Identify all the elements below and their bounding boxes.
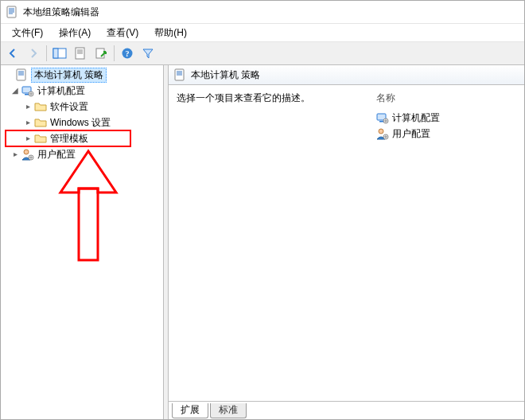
gpedit-window: 本地组策略编辑器 文件(F) 操作(A) 查看(V) 帮助(H)	[0, 0, 525, 420]
tree-root[interactable]: ▸ 本地计算机 策略	[1, 67, 163, 83]
content-list: 名称 计算机配置	[371, 85, 524, 401]
tree-user-config-label: 用户配置	[37, 148, 76, 161]
content-body: 选择一个项目来查看它的描述。 名称 计算机配置	[169, 85, 524, 401]
folder-icon	[34, 116, 47, 129]
svg-rect-19	[25, 94, 29, 95]
column-name-header[interactable]: 名称	[376, 91, 519, 105]
forward-button[interactable]	[24, 44, 43, 63]
tab-standard[interactable]: 标准	[210, 403, 247, 418]
svg-rect-24	[79, 189, 98, 260]
folder-icon	[34, 132, 47, 145]
expander-closed-icon[interactable]: ▸	[10, 150, 20, 159]
separator	[46, 45, 47, 61]
expander-closed-icon[interactable]: ▸	[23, 102, 33, 111]
menu-file[interactable]: 文件(F)	[4, 25, 51, 41]
window-title: 本地组策略编辑器	[23, 6, 99, 19]
menubar: 文件(F) 操作(A) 查看(V) 帮助(H)	[1, 24, 524, 42]
menu-help[interactable]: 帮助(H)	[146, 25, 195, 41]
expander-closed-icon[interactable]: ▸	[23, 134, 33, 143]
tree-software-settings-label: 软件设置	[50, 100, 88, 114]
content-pane: 本地计算机 策略 选择一个项目来查看它的描述。 名称	[168, 65, 524, 419]
back-button[interactable]	[3, 44, 22, 63]
list-item-computer[interactable]: 计算机配置	[376, 110, 519, 126]
svg-rect-30	[379, 121, 383, 122]
content-description: 选择一个项目来查看它的描述。	[169, 85, 371, 401]
computer-icon	[21, 84, 34, 97]
bottom-tabs: 扩展 标准	[169, 401, 524, 419]
titlebar: 本地组策略编辑器	[1, 1, 524, 24]
properties-button[interactable]	[71, 44, 90, 63]
content-header: 本地计算机 策略	[169, 65, 524, 85]
computer-icon	[376, 111, 389, 124]
list-item-label: 用户配置	[392, 127, 430, 141]
policy-doc-icon	[173, 68, 186, 81]
list-item-user[interactable]: 用户配置	[376, 126, 519, 142]
tree-root-label: 本地计算机 策略	[31, 68, 107, 83]
svg-point-21	[24, 150, 29, 154]
user-icon	[376, 127, 389, 140]
policy-doc-icon	[15, 68, 28, 81]
help-button[interactable]: ?	[118, 44, 137, 63]
toolbar: ?	[1, 42, 524, 65]
separator	[114, 45, 115, 61]
svg-rect-11	[96, 49, 104, 58]
tree-windows-settings-label: Windows 设置	[50, 116, 111, 130]
tree-user-config[interactable]: ▸ 用户配置	[1, 146, 163, 162]
folder-icon	[34, 100, 47, 113]
svg-text:?: ?	[126, 49, 130, 58]
expander-open-icon[interactable]: ◢	[10, 86, 20, 95]
tree-pane: ▸ 本地计算机 策略 ◢	[1, 65, 164, 419]
expander-closed-icon[interactable]: ▸	[23, 118, 33, 127]
tree-computer-config[interactable]: ◢ 计算机配置	[1, 83, 163, 99]
show-hide-tree-button[interactable]	[50, 44, 69, 63]
list-item-label: 计算机配置	[392, 111, 440, 125]
tab-extended[interactable]: 扩展	[172, 403, 208, 418]
menu-view[interactable]: 查看(V)	[99, 25, 146, 41]
tree-software-settings[interactable]: ▸ 软件设置	[1, 99, 163, 115]
tree-admin-templates-label: 管理模板	[50, 132, 88, 146]
tree-admin-templates[interactable]: ▸ 管理模板	[1, 130, 163, 146]
body: ▸ 本地计算机 策略 ◢	[1, 65, 524, 419]
user-icon	[21, 148, 34, 161]
content-title: 本地计算机 策略	[191, 68, 260, 82]
menu-action[interactable]: 操作(A)	[51, 25, 99, 41]
content-prompt: 选择一个项目来查看它的描述。	[177, 91, 364, 105]
app-icon	[6, 6, 18, 18]
filter-button[interactable]	[138, 44, 158, 63]
export-button[interactable]	[91, 44, 111, 63]
svg-rect-6	[53, 49, 58, 58]
tree-computer-config-label: 计算机配置	[37, 84, 85, 98]
svg-point-32	[379, 129, 383, 134]
tree-windows-settings[interactable]: ▸ Windows 设置	[1, 115, 163, 130]
